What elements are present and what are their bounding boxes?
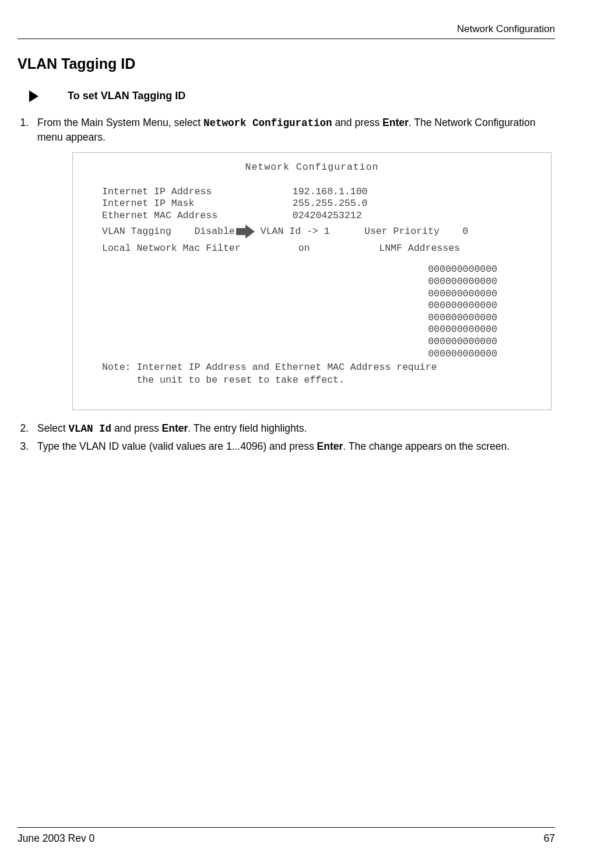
step-bold: Enter bbox=[382, 117, 409, 128]
lnmf-addr: 000000000000 bbox=[428, 348, 497, 360]
page-header: Network Configuration bbox=[17, 23, 555, 39]
step-bold: Enter bbox=[162, 422, 188, 434]
step-text: From the Main System Menu, select bbox=[37, 117, 203, 128]
mac-value: 024204253212 bbox=[293, 210, 362, 221]
step-text: Select bbox=[37, 422, 69, 434]
mask-value: 255.255.255.0 bbox=[293, 198, 368, 209]
mask-label: Internet IP Mask bbox=[102, 198, 194, 209]
footer-date: June 2003 Rev 0 bbox=[17, 832, 94, 845]
page-footer: June 2003 Rev 0 67 bbox=[17, 827, 555, 845]
steps-list: From the Main System Menu, select Networ… bbox=[17, 116, 555, 454]
screen-title: Network Configuration bbox=[73, 153, 551, 174]
procedure-title: To set VLAN Tagging ID bbox=[68, 90, 185, 102]
note-line: the unit to be reset to take effect. bbox=[102, 374, 345, 386]
user-priority-label: User Priority bbox=[364, 226, 440, 238]
lnmf-label: Local Network Mac Filter bbox=[102, 243, 241, 254]
lnmf-addr: 000000000000 bbox=[428, 264, 497, 276]
lnmf-addr: 000000000000 bbox=[428, 312, 497, 324]
step-code: VLAN Id bbox=[69, 423, 112, 435]
note-line: Note: Internet IP Address and Ethernet M… bbox=[102, 362, 437, 373]
vlan-tag-label: VLAN Tagging bbox=[102, 226, 171, 238]
procedure-arrow-icon bbox=[29, 90, 38, 102]
vlan-id-label: VLAN Id -> bbox=[261, 226, 318, 238]
lnmf-addr: 000000000000 bbox=[428, 300, 497, 312]
terminal-screenshot: Network Configuration Internet IP Addres… bbox=[72, 152, 552, 410]
pointer-arrow-icon bbox=[236, 225, 257, 238]
step-text: Type the VLAN ID value (valid values are… bbox=[37, 440, 317, 452]
step-text: and press bbox=[111, 422, 162, 434]
ip-value: 192.168.1.100 bbox=[293, 186, 368, 197]
footer-page-number: 67 bbox=[544, 832, 555, 845]
lnmf-addr: 000000000000 bbox=[428, 336, 497, 348]
procedure-heading: To set VLAN Tagging ID bbox=[29, 90, 555, 102]
screen-note: Note: Internet IP Address and Ethernet M… bbox=[102, 361, 437, 386]
vlan-tag-value: Disable bbox=[194, 226, 234, 238]
step-text: . The change appears on the screen. bbox=[343, 440, 510, 452]
step-bold: Enter bbox=[317, 440, 343, 452]
lnmf-addresses: 000000000000 000000000000 000000000000 0… bbox=[428, 264, 497, 360]
step-2: Select VLAN Id and press Enter. The entr… bbox=[31, 422, 555, 436]
lnmf-status: on bbox=[298, 243, 310, 254]
mac-label: Ethernet MAC Address bbox=[102, 210, 217, 221]
lnmf-addr: 000000000000 bbox=[428, 288, 497, 300]
step-text: . The entry field highlights. bbox=[188, 422, 307, 434]
step-3: Type the VLAN ID value (valid values are… bbox=[31, 440, 555, 454]
lnmf-addr: 000000000000 bbox=[428, 324, 497, 336]
section-title: VLAN Tagging ID bbox=[17, 55, 555, 72]
lnmf-addr-label: LNMF Addresses bbox=[379, 243, 460, 254]
step-code: Network Configuration bbox=[203, 117, 332, 129]
step-text: and press bbox=[332, 117, 383, 128]
step-1: From the Main System Menu, select Networ… bbox=[31, 116, 555, 410]
user-priority-value: 0 bbox=[462, 226, 468, 238]
lnmf-addr: 000000000000 bbox=[428, 276, 497, 288]
vlan-id-value: 1 bbox=[324, 226, 330, 238]
ip-label: Internet IP Address bbox=[102, 186, 212, 197]
